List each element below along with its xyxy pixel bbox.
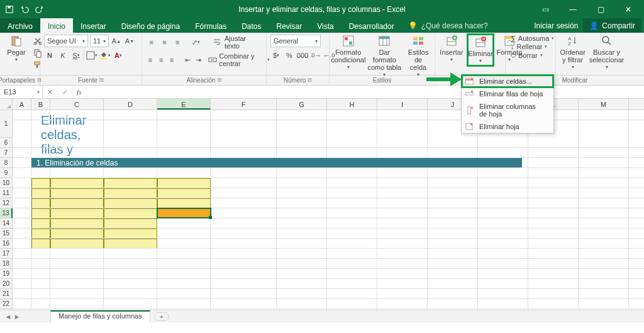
row-header-1[interactable]: 1 bbox=[0, 110, 13, 138]
row-header-11[interactable]: 11 bbox=[0, 188, 13, 198]
data-cell[interactable] bbox=[104, 208, 157, 218]
wrap-icon[interactable] bbox=[211, 37, 223, 48]
col-header-I[interactable]: I bbox=[377, 99, 428, 110]
save-icon[interactable] bbox=[5, 5, 14, 14]
autosum-button[interactable]: ∑Autosuma▾ bbox=[509, 35, 555, 42]
row-header-21[interactable]: 21 bbox=[0, 289, 13, 299]
data-cell[interactable] bbox=[157, 188, 211, 198]
review-tab[interactable]: Revisar bbox=[269, 18, 310, 33]
signin-link[interactable]: Iniciar sesión bbox=[529, 18, 583, 33]
row-header-6[interactable]: 6 bbox=[0, 138, 13, 148]
select-all-corner[interactable] bbox=[0, 99, 13, 110]
underline-button[interactable]: S▾ bbox=[70, 50, 82, 61]
row-header-14[interactable]: 14 bbox=[0, 218, 13, 229]
row-header-20[interactable]: 20 bbox=[0, 279, 13, 289]
row-header-8[interactable]: 8 bbox=[0, 158, 13, 168]
shrink-font-icon[interactable]: A▼ bbox=[124, 35, 135, 47]
data-cell[interactable] bbox=[50, 198, 104, 208]
row-header-10[interactable]: 10 bbox=[0, 178, 13, 188]
data-cell[interactable] bbox=[31, 178, 50, 188]
layout-tab[interactable]: Diseño de página bbox=[114, 18, 187, 33]
col-header-E[interactable]: E bbox=[157, 99, 211, 110]
delete-rows-item[interactable]: Eliminar filas de hoja bbox=[462, 87, 553, 100]
indent-dec-icon[interactable]: ⇤ bbox=[183, 54, 192, 65]
col-header-A[interactable]: A bbox=[13, 99, 31, 110]
data-cell[interactable] bbox=[50, 229, 104, 239]
data-cell[interactable] bbox=[104, 198, 157, 208]
font-size-select[interactable]: 11▾ bbox=[90, 35, 109, 47]
row-header-19[interactable]: 19 bbox=[0, 269, 13, 279]
italic-button[interactable]: K bbox=[57, 50, 69, 61]
enter-formula-icon[interactable]: ✓ bbox=[58, 86, 73, 98]
conditional-format-button[interactable]: Formato condicional▾ bbox=[333, 35, 364, 71]
minimize-button[interactable]: — bbox=[565, 5, 581, 14]
cancel-formula-icon[interactable]: ✕ bbox=[43, 86, 58, 98]
data-cell[interactable] bbox=[50, 188, 104, 198]
data-cell[interactable] bbox=[31, 208, 50, 218]
formulas-tab[interactable]: Fórmulas bbox=[187, 18, 234, 33]
data-cell[interactable] bbox=[157, 178, 211, 188]
row-header-12[interactable]: 12 bbox=[0, 198, 13, 208]
name-box[interactable]: E13 bbox=[0, 86, 43, 98]
font-color-icon[interactable]: A▾ bbox=[113, 50, 124, 61]
row-header-15[interactable]: 15 bbox=[0, 229, 13, 239]
sheet-tab[interactable]: Manejo de filas y columnas bbox=[50, 310, 150, 322]
row-header-16[interactable]: 16 bbox=[0, 239, 13, 249]
undo-icon[interactable] bbox=[20, 5, 29, 14]
data-cell[interactable] bbox=[104, 239, 157, 249]
currency-icon[interactable]: $▾ bbox=[270, 50, 282, 61]
data-cell[interactable] bbox=[50, 178, 104, 188]
maximize-button[interactable]: ▢ bbox=[592, 5, 609, 14]
data-cell[interactable] bbox=[50, 239, 104, 249]
close-button[interactable]: ✕ bbox=[620, 5, 636, 14]
data-cell[interactable] bbox=[31, 218, 50, 229]
data-cell[interactable] bbox=[104, 218, 157, 229]
data-cell[interactable] bbox=[104, 188, 157, 198]
data-cell[interactable] bbox=[104, 178, 157, 188]
data-cell[interactable] bbox=[31, 198, 50, 208]
align-middle-icon[interactable]: ≡ bbox=[159, 37, 170, 48]
row-header-13[interactable]: 13 bbox=[0, 208, 13, 218]
indent-inc-icon[interactable]: ⇥ bbox=[194, 54, 203, 65]
col-header-B[interactable]: B bbox=[31, 99, 50, 110]
home-tab[interactable]: Inicio bbox=[40, 18, 73, 33]
grow-font-icon[interactable]: A▲ bbox=[111, 35, 122, 47]
col-header-M[interactable]: M bbox=[579, 99, 629, 110]
data-cell[interactable] bbox=[50, 218, 104, 229]
align-top-icon[interactable]: ≡ bbox=[146, 37, 157, 48]
col-header-G[interactable]: G bbox=[277, 99, 327, 110]
comma-icon[interactable]: 000 bbox=[297, 50, 308, 61]
delete-cells-button[interactable]: Eliminar▾ bbox=[468, 35, 493, 65]
row-header-7[interactable]: 7 bbox=[0, 148, 13, 158]
col-header-F[interactable]: F bbox=[211, 99, 277, 110]
delete-cells-item[interactable]: Eliminar celdas... bbox=[462, 75, 553, 87]
delete-cols-item[interactable]: Eliminar columnas de hoja bbox=[462, 100, 553, 120]
row-header-18[interactable]: 18 bbox=[0, 259, 13, 269]
data-cell[interactable] bbox=[50, 208, 104, 218]
sort-filter-button[interactable]: AZ Ordenar y filtrar▾ bbox=[560, 35, 586, 71]
insert-tab[interactable]: Insertar bbox=[73, 18, 114, 33]
align-right-icon[interactable]: ≡ bbox=[167, 54, 176, 65]
find-select-button[interactable]: Buscar y seleccionar▾ bbox=[589, 35, 624, 71]
align-left-icon[interactable]: ≡ bbox=[146, 54, 155, 65]
file-tab[interactable]: Archivo bbox=[0, 18, 40, 33]
tell-me[interactable]: 💡 ¿Qué desea hacer? bbox=[402, 18, 488, 33]
col-header-C[interactable]: C bbox=[50, 99, 104, 110]
view-tab[interactable]: Vista bbox=[309, 18, 341, 33]
col-header-H[interactable]: H bbox=[327, 99, 377, 110]
font-name-select[interactable]: Segoe UI▾ bbox=[44, 35, 88, 47]
paste-button[interactable]: Pegar ▾ bbox=[4, 35, 29, 63]
format-table-button[interactable]: Dar formato como tabla▾ bbox=[367, 35, 402, 78]
fx-icon[interactable]: fx bbox=[73, 86, 86, 98]
delete-sheet-item[interactable]: Eliminar hoja bbox=[462, 120, 553, 133]
share-button[interactable]: 👤 Compartir bbox=[583, 18, 641, 33]
align-center-icon[interactable]: ≡ bbox=[157, 54, 165, 65]
cell-styles-button[interactable]: Estilos de celda▾ bbox=[406, 35, 431, 78]
rows-area[interactable]: Eliminar celdas, filas y columnas1. Elim… bbox=[0, 110, 644, 310]
ribbon-toggle-icon[interactable]: ▭ bbox=[537, 5, 553, 14]
data-tab[interactable]: Datos bbox=[234, 18, 269, 33]
fill-color-icon[interactable]: ▾ bbox=[99, 50, 111, 61]
bold-button[interactable]: N bbox=[44, 50, 55, 61]
merge-icon[interactable] bbox=[208, 54, 217, 65]
row-header-9[interactable]: 9 bbox=[0, 168, 13, 178]
